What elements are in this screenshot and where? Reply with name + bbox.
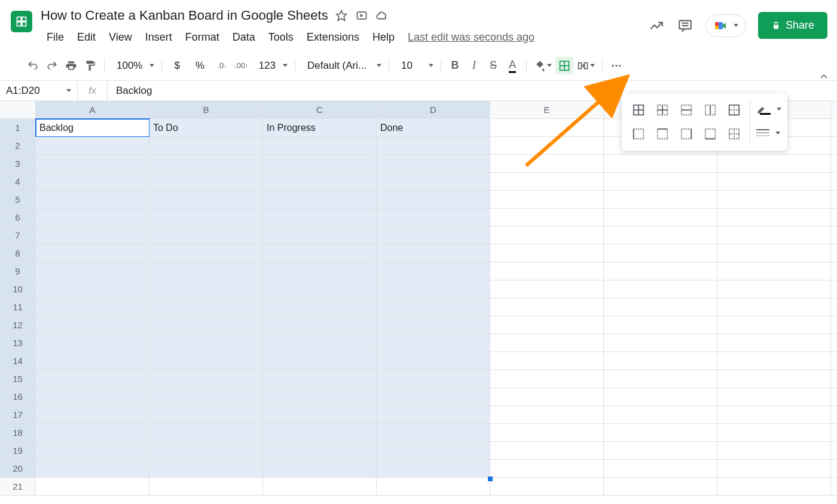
cell[interactable] bbox=[377, 280, 490, 298]
cell[interactable] bbox=[263, 298, 377, 316]
cell[interactable] bbox=[490, 262, 604, 280]
star-icon[interactable] bbox=[334, 8, 349, 23]
border-left-icon[interactable] bbox=[628, 123, 649, 145]
cell[interactable] bbox=[831, 352, 837, 370]
row-header[interactable]: 2 bbox=[0, 137, 36, 155]
cell[interactable] bbox=[377, 262, 490, 280]
cell[interactable] bbox=[36, 316, 149, 334]
menu-insert[interactable]: Insert bbox=[139, 28, 178, 47]
cell[interactable] bbox=[490, 352, 604, 370]
cell[interactable] bbox=[377, 352, 490, 370]
border-none-icon[interactable] bbox=[723, 123, 745, 145]
cell[interactable] bbox=[149, 388, 263, 406]
cell[interactable] bbox=[717, 352, 831, 370]
cell[interactable] bbox=[149, 155, 263, 173]
border-top-icon[interactable] bbox=[652, 123, 673, 145]
decrease-decimal-button[interactable]: .0↓ bbox=[213, 57, 231, 75]
zoom-dropdown[interactable]: 100% bbox=[109, 57, 157, 75]
menu-data[interactable]: Data bbox=[227, 28, 261, 47]
cell[interactable] bbox=[377, 227, 490, 245]
cell[interactable] bbox=[263, 280, 377, 298]
column-header[interactable]: E bbox=[490, 101, 604, 119]
cell[interactable] bbox=[831, 227, 837, 245]
cell[interactable] bbox=[604, 173, 717, 191]
cell[interactable] bbox=[36, 442, 149, 460]
cell[interactable] bbox=[377, 424, 490, 442]
font-size-dropdown[interactable]: 10 bbox=[394, 57, 436, 75]
cell[interactable] bbox=[149, 406, 263, 424]
cell[interactable] bbox=[263, 424, 377, 442]
redo-button[interactable] bbox=[43, 57, 61, 75]
row-header[interactable]: 5 bbox=[0, 191, 36, 209]
trend-icon[interactable] bbox=[648, 17, 665, 34]
row-header[interactable]: 10 bbox=[0, 280, 36, 298]
cell[interactable] bbox=[377, 191, 490, 209]
cell[interactable] bbox=[604, 478, 717, 496]
cell[interactable] bbox=[490, 280, 604, 298]
cell[interactable] bbox=[717, 227, 831, 245]
cell[interactable] bbox=[831, 460, 837, 478]
increase-decimal-button[interactable]: .00↑ bbox=[232, 57, 251, 75]
cell[interactable] bbox=[717, 370, 831, 388]
border-bottom-icon[interactable] bbox=[699, 123, 721, 145]
row-header[interactable]: 7 bbox=[0, 227, 36, 245]
cell[interactable] bbox=[149, 191, 263, 209]
collapse-toolbar-icon[interactable] bbox=[818, 71, 830, 84]
cell[interactable] bbox=[490, 209, 604, 227]
row-header[interactable]: 16 bbox=[0, 388, 36, 406]
cell[interactable] bbox=[831, 191, 837, 209]
cell[interactable] bbox=[831, 478, 837, 496]
cell[interactable] bbox=[490, 191, 604, 209]
cell[interactable] bbox=[149, 478, 263, 496]
menu-help[interactable]: Help bbox=[366, 28, 401, 47]
cell[interactable] bbox=[717, 460, 831, 478]
cell[interactable] bbox=[717, 388, 831, 406]
cell[interactable] bbox=[490, 137, 604, 155]
cell[interactable] bbox=[36, 370, 149, 388]
cell[interactable]: To Do bbox=[149, 119, 263, 137]
cell[interactable] bbox=[263, 460, 377, 478]
cell[interactable]: Backlog bbox=[36, 119, 149, 137]
cell[interactable] bbox=[490, 334, 604, 352]
cell[interactable] bbox=[604, 388, 717, 406]
document-title[interactable]: How to Create a Kanban Board in Google S… bbox=[41, 8, 328, 23]
cell[interactable] bbox=[149, 137, 263, 155]
more-button[interactable] bbox=[607, 57, 625, 75]
cell[interactable] bbox=[831, 388, 837, 406]
cell[interactable] bbox=[263, 370, 377, 388]
comments-icon[interactable] bbox=[677, 17, 694, 34]
cell[interactable] bbox=[717, 280, 831, 298]
share-button[interactable]: Share bbox=[758, 12, 827, 39]
cell[interactable] bbox=[604, 227, 717, 245]
cell[interactable] bbox=[604, 370, 717, 388]
cell[interactable] bbox=[831, 209, 837, 227]
cell[interactable] bbox=[149, 334, 263, 352]
menu-format[interactable]: Format bbox=[179, 28, 225, 47]
cell[interactable] bbox=[604, 316, 717, 334]
cell[interactable] bbox=[36, 298, 149, 316]
meet-button[interactable] bbox=[705, 14, 746, 37]
cell[interactable] bbox=[149, 460, 263, 478]
cell[interactable] bbox=[149, 245, 263, 262]
cell[interactable] bbox=[490, 478, 604, 496]
cell[interactable] bbox=[717, 173, 831, 191]
column-header[interactable]: C bbox=[263, 101, 377, 119]
border-horizontal-icon[interactable] bbox=[676, 99, 697, 121]
cell[interactable] bbox=[263, 209, 377, 227]
cell[interactable] bbox=[831, 155, 837, 173]
cell[interactable] bbox=[263, 227, 377, 245]
cell[interactable] bbox=[263, 442, 377, 460]
row-header[interactable]: 4 bbox=[0, 173, 36, 191]
cell[interactable] bbox=[490, 316, 604, 334]
cell[interactable] bbox=[717, 191, 831, 209]
cell[interactable] bbox=[831, 370, 837, 388]
cell[interactable] bbox=[717, 406, 831, 424]
cell[interactable] bbox=[604, 262, 717, 280]
row-header[interactable]: 20 bbox=[0, 460, 36, 478]
cell[interactable] bbox=[149, 262, 263, 280]
row-header[interactable]: 1 bbox=[0, 119, 36, 137]
cell[interactable] bbox=[263, 137, 377, 155]
cell[interactable] bbox=[36, 137, 149, 155]
row-header[interactable]: 17 bbox=[0, 406, 36, 424]
row-header[interactable]: 18 bbox=[0, 424, 36, 442]
